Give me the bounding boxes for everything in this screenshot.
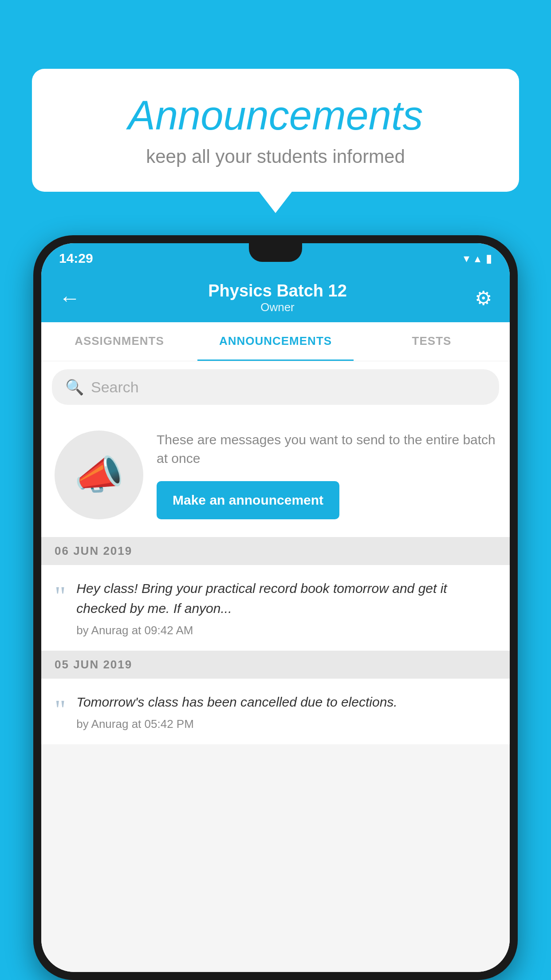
- wifi-icon: ▾: [464, 252, 469, 265]
- speech-bubble: Announcements keep all your students inf…: [32, 69, 519, 192]
- tab-bar: ASSIGNMENTS ANNOUNCEMENTS TESTS: [41, 322, 510, 361]
- date-separator-1: 06 JUN 2019: [41, 537, 510, 565]
- phone-notch: [249, 243, 302, 262]
- phone-outer: 14:29 ▾ ▴ ▮ ← Physics Batch 12 Owner ⚙ A…: [33, 235, 518, 980]
- announcement-item-1: " Hey class! Bring your practical record…: [41, 565, 510, 651]
- promo-right: These are messages you want to send to t…: [157, 431, 496, 519]
- tab-announcements[interactable]: ANNOUNCEMENTS: [197, 322, 354, 361]
- bubble-subtitle: keep all your students informed: [59, 146, 492, 167]
- announcement-text-2: Tomorrow's class has been cancelled due …: [76, 692, 496, 712]
- app-bar-title: Physics Batch 12: [85, 281, 470, 300]
- app-bar: ← Physics Batch 12 Owner ⚙: [41, 273, 510, 322]
- announcement-text-1: Hey class! Bring your practical record b…: [76, 578, 496, 618]
- search-placeholder: Search: [91, 379, 139, 396]
- search-icon: 🔍: [65, 378, 84, 396]
- search-bar[interactable]: 🔍 Search: [52, 369, 499, 405]
- speech-bubble-section: Announcements keep all your students inf…: [32, 69, 519, 192]
- status-icons: ▾ ▴ ▮: [464, 252, 492, 265]
- signal-icon: ▴: [475, 252, 480, 265]
- megaphone-icon: 📣: [74, 452, 124, 498]
- app-bar-title-section: Physics Batch 12 Owner: [85, 281, 470, 314]
- announcement-content-1: Hey class! Bring your practical record b…: [76, 578, 496, 637]
- announcement-meta-1: by Anurag at 09:42 AM: [76, 624, 496, 637]
- announcement-item-2: " Tomorrow's class has been cancelled du…: [41, 679, 510, 744]
- quote-icon-1: ": [55, 582, 66, 637]
- battery-icon: ▮: [486, 252, 492, 265]
- promo-description: These are messages you want to send to t…: [157, 431, 496, 468]
- phone-container: 14:29 ▾ ▴ ▮ ← Physics Batch 12 Owner ⚙ A…: [33, 235, 518, 980]
- promo-card: 📣 These are messages you want to send to…: [41, 413, 510, 537]
- make-announcement-button[interactable]: Make an announcement: [157, 481, 339, 519]
- announcement-content-2: Tomorrow's class has been cancelled due …: [76, 692, 496, 731]
- tab-tests[interactable]: TESTS: [354, 322, 510, 361]
- search-container: 🔍 Search: [41, 361, 510, 413]
- app-bar-subtitle: Owner: [85, 300, 470, 314]
- bubble-title: Announcements: [59, 93, 492, 138]
- tab-assignments[interactable]: ASSIGNMENTS: [41, 322, 197, 361]
- back-button[interactable]: ←: [55, 281, 85, 315]
- date-separator-2: 05 JUN 2019: [41, 651, 510, 679]
- quote-icon-2: ": [55, 695, 66, 731]
- settings-button[interactable]: ⚙: [470, 282, 496, 314]
- status-time: 14:29: [59, 251, 93, 266]
- megaphone-circle: 📣: [55, 431, 143, 519]
- phone-screen: 14:29 ▾ ▴ ▮ ← Physics Batch 12 Owner ⚙ A…: [41, 243, 510, 972]
- announcement-meta-2: by Anurag at 05:42 PM: [76, 717, 496, 731]
- main-content: 🔍 Search 📣 These are messages you want t…: [41, 361, 510, 972]
